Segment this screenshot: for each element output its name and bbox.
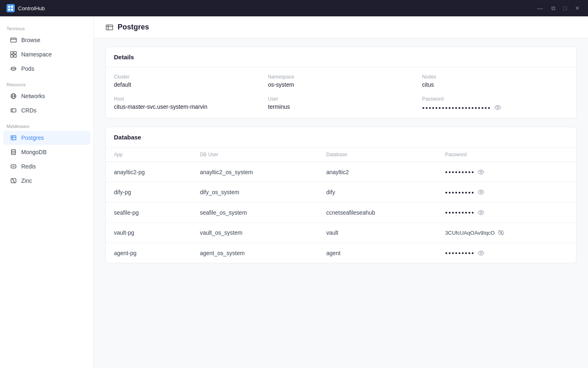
nodes-label: Nodes bbox=[422, 74, 568, 80]
svg-point-32 bbox=[480, 191, 482, 193]
cell-password: 3CUfcUAqOAv9IqcO bbox=[437, 222, 576, 242]
row-password-toggle-button[interactable] bbox=[497, 229, 505, 237]
sidebar-item-zinc-label: Zinc bbox=[21, 177, 32, 184]
svg-rect-27 bbox=[106, 25, 113, 30]
cell-db-user: vault_os_system bbox=[192, 222, 318, 242]
sidebar-item-postgres[interactable]: Postgres bbox=[3, 131, 90, 145]
close-button[interactable]: ✕ bbox=[573, 3, 581, 13]
cell-db-user: agent_os_system bbox=[192, 243, 318, 263]
browse-icon bbox=[10, 36, 17, 44]
svg-line-26 bbox=[12, 179, 15, 183]
row-password-toggle-button[interactable] bbox=[477, 208, 485, 216]
svg-point-33 bbox=[480, 212, 482, 213]
cluster-label: Cluster bbox=[114, 74, 260, 80]
namespace-value: os-system bbox=[268, 81, 414, 88]
svg-rect-15 bbox=[11, 109, 16, 112]
password-toggle-button[interactable] bbox=[494, 103, 502, 112]
password-value: ●●●●●●●●● bbox=[445, 190, 474, 195]
namespace-label: Namespace bbox=[268, 74, 414, 80]
user-label: User bbox=[268, 96, 414, 102]
restore-button[interactable]: □ bbox=[562, 3, 568, 13]
row-password-toggle-button[interactable] bbox=[477, 249, 485, 257]
password-value: ●●●●●●●●● bbox=[445, 210, 474, 215]
row-password-toggle-button[interactable] bbox=[477, 188, 485, 196]
sidebar-item-pods-label: Pods bbox=[21, 65, 34, 72]
cell-db-user: seafile_os_system bbox=[192, 202, 318, 222]
sidebar-item-browse[interactable]: Browse bbox=[3, 33, 90, 47]
details-card: Details Cluster default Namespace os-sys… bbox=[105, 47, 577, 119]
sidebar-item-mongodb-label: MongoDB bbox=[21, 149, 47, 155]
redis-icon bbox=[10, 163, 17, 170]
mongodb-icon bbox=[10, 148, 17, 156]
cell-database: agent bbox=[318, 243, 437, 263]
svg-rect-0 bbox=[8, 6, 10, 8]
svg-rect-9 bbox=[14, 55, 16, 57]
col-password: Password bbox=[437, 148, 576, 162]
password-field: ●●●●●●●●●●●●●●●●●●●●● bbox=[422, 103, 568, 112]
cell-password: ●●●●●●●●● bbox=[437, 243, 576, 263]
minimize-button[interactable]: — bbox=[536, 3, 545, 13]
table-row: agent-pgagent_os_systemagent●●●●●●●●● bbox=[106, 243, 576, 263]
col-db-user: DB User bbox=[192, 148, 318, 162]
host-label: Host bbox=[114, 96, 260, 102]
cell-db-user: anayltic2_os_system bbox=[192, 162, 318, 182]
table-row: vault-pgvault_os_systemvault3CUfcUAqOAv9… bbox=[106, 222, 576, 242]
svg-rect-6 bbox=[11, 52, 13, 54]
section-label-resource: Resource bbox=[0, 79, 94, 89]
database-table: App DB User Database Password anayltic2-… bbox=[106, 148, 576, 263]
networks-icon bbox=[10, 92, 17, 100]
database-card: Database App DB User Database Password a… bbox=[105, 127, 577, 263]
cell-database: anayltic2 bbox=[318, 162, 437, 182]
col-database: Database bbox=[318, 148, 437, 162]
password-cell: ●●●●●●●●● bbox=[445, 249, 568, 257]
sidebar-item-pods[interactable]: Pods bbox=[3, 62, 90, 76]
password-cell: ●●●●●●●●● bbox=[445, 188, 568, 196]
svg-rect-20 bbox=[11, 150, 16, 155]
page-header-icon bbox=[105, 23, 114, 31]
page-title: Postgres bbox=[118, 23, 149, 31]
crds-icon bbox=[10, 107, 17, 114]
detail-password: Password ●●●●●●●●●●●●●●●●●●●●● bbox=[422, 96, 568, 112]
sidebar: Terminus Browse bbox=[0, 16, 94, 368]
main-content: Postgres Details Cluster default Namespa… bbox=[94, 16, 588, 368]
svg-rect-7 bbox=[14, 52, 16, 54]
maximize-button[interactable]: ⧉ bbox=[550, 3, 557, 13]
password-value: ●●●●●●●●● bbox=[445, 170, 474, 174]
table-row: seafile-pgseafile_os_systemccnetseafiles… bbox=[106, 202, 576, 222]
svg-rect-1 bbox=[11, 6, 13, 8]
sidebar-item-crds-label: CRDs bbox=[21, 107, 36, 114]
sidebar-item-zinc[interactable]: Zinc bbox=[3, 174, 90, 188]
svg-point-31 bbox=[480, 171, 482, 173]
table-body: anayltic2-pganayltic2_os_systemanayltic2… bbox=[106, 162, 576, 263]
sidebar-section-resource: Resource Networks bbox=[0, 79, 94, 117]
sidebar-item-namespace[interactable]: Namespace bbox=[3, 47, 90, 61]
host-value: citus-master-svc.user-system-marvin bbox=[114, 103, 260, 110]
sidebar-item-networks[interactable]: Networks bbox=[3, 89, 90, 103]
app-title: ControlHub bbox=[18, 5, 45, 11]
table-header: App DB User Database Password bbox=[106, 148, 576, 162]
titlebar-controls: — ⧉ □ ✕ bbox=[536, 3, 581, 13]
cell-app: agent-pg bbox=[106, 243, 192, 263]
detail-host: Host citus-master-svc.user-system-marvin bbox=[114, 96, 260, 112]
cell-password: ●●●●●●●●● bbox=[437, 182, 576, 202]
detail-user: User terminus bbox=[268, 96, 414, 112]
svg-rect-17 bbox=[11, 136, 16, 140]
svg-point-36 bbox=[480, 252, 482, 254]
user-value: terminus bbox=[268, 103, 414, 110]
sidebar-item-mongodb[interactable]: MongoDB bbox=[3, 145, 90, 159]
cell-app: dify-pg bbox=[106, 182, 192, 202]
titlebar: ControlHub — ⧉ □ ✕ bbox=[0, 0, 588, 16]
nodes-value: citus bbox=[422, 81, 568, 88]
sidebar-item-namespace-label: Namespace bbox=[21, 51, 52, 58]
row-password-toggle-button[interactable] bbox=[477, 168, 485, 176]
sidebar-item-redis-label: Redis bbox=[21, 163, 36, 170]
sidebar-item-crds[interactable]: CRDs bbox=[3, 103, 90, 117]
sidebar-item-redis[interactable]: Redis bbox=[3, 159, 90, 173]
sidebar-section-middleware: Middleware Postgres bbox=[0, 121, 94, 188]
password-cell: ●●●●●●●●● bbox=[445, 168, 568, 176]
sidebar-item-postgres-label: Postgres bbox=[21, 135, 44, 141]
titlebar-left: ControlHub bbox=[7, 4, 45, 12]
password-label: Password bbox=[422, 96, 568, 102]
details-card-title: Details bbox=[106, 47, 576, 67]
sidebar-item-networks-label: Networks bbox=[21, 93, 45, 99]
